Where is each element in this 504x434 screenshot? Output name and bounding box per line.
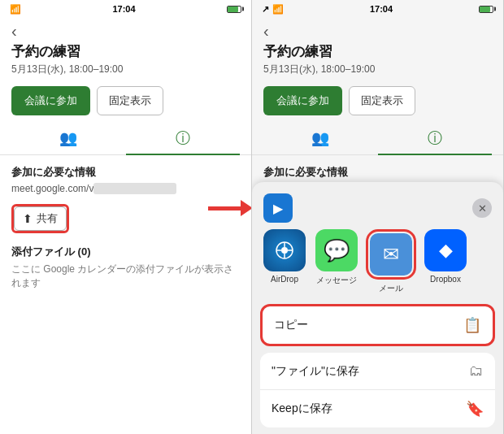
tabs-right: 👥 ⓘ: [252, 122, 503, 155]
back-button-left[interactable]: ‹: [11, 23, 240, 39]
close-share-sheet-button[interactable]: ✕: [472, 198, 492, 218]
meet-logo-icon: ▶: [263, 193, 293, 223]
share-sheet-app-header: ▶ ✕: [252, 190, 503, 229]
info-icon-right: ⓘ: [428, 128, 442, 148]
status-bar-left: 📶 17:04: [0, 0, 251, 18]
people-icon-right: 👥: [311, 129, 329, 147]
share-row-left: ⬆ 共有: [11, 204, 240, 233]
event-date-right: 5月13日(水), 18:00–19:00: [263, 63, 492, 76]
event-date-left: 5月13日(水), 18:00–19:00: [11, 63, 240, 76]
battery-icon-left: [227, 6, 241, 13]
share-app-messages[interactable]: 💬 メッセージ: [314, 229, 359, 294]
pin-button-left[interactable]: 固定表示: [97, 86, 163, 115]
right-phone-panel: ↗ 📶 17:04 ‹ 予約の練習 5月13日(水), 18:00–19:00 …: [252, 0, 504, 434]
dropbox-label: Dropbox: [430, 275, 461, 284]
svg-point-1: [281, 247, 288, 254]
share-apps-row: AirDrop 💬 メッセージ ✉ メール: [252, 229, 503, 304]
time-right: 17:04: [370, 4, 393, 14]
left-phone-panel: 📶 17:04 ‹ 予約の練習 5月13日(水), 18:00–19:00 会議…: [0, 0, 252, 434]
mail-label: メール: [379, 283, 403, 294]
join-button-right[interactable]: 会議に参加: [263, 86, 342, 115]
action-buttons-right: 会議に参加 固定表示: [252, 80, 503, 122]
keep-label: Keepに保存: [272, 401, 466, 416]
airdrop-icon: [263, 229, 306, 271]
messages-icon: 💬: [315, 229, 358, 271]
mail-icon: ✉: [370, 233, 412, 276]
section-label-right: 参加に必要な情報: [263, 165, 492, 180]
share-app-airdrop[interactable]: AirDrop: [262, 229, 307, 294]
status-bar-right: ↗ 📶 17:04: [252, 0, 503, 18]
tab-info-right[interactable]: ⓘ: [378, 122, 493, 154]
save-files-label: "ファイル"に保存: [272, 364, 469, 379]
event-title-left: 予約の練習: [11, 42, 240, 61]
keep-icon: 🔖: [466, 400, 484, 418]
other-actions: "ファイル"に保存 🗂 Keepに保存 🔖: [260, 353, 495, 427]
save-files-icon: 🗂: [469, 362, 484, 380]
content-left: 参加に必要な情報 meet.google.com/v████████████ ⬆…: [0, 155, 251, 434]
share-sheet: ▶ ✕ AirDrop 💬 メッセージ: [252, 182, 503, 434]
copy-action-row: コピー 📋: [260, 304, 495, 346]
attachment-empty-left: ここに Google カレンダーの添付ファイルが表示されます: [11, 263, 240, 290]
wifi-icon-right: 📶: [272, 4, 284, 15]
copy-action-item[interactable]: コピー 📋: [263, 306, 493, 344]
red-arrow-indicator: [208, 200, 252, 216]
join-button-left[interactable]: 会議に参加: [11, 86, 90, 115]
messages-label: メッセージ: [316, 275, 357, 286]
status-right: [227, 6, 241, 13]
section-label-left: 参加に必要な情報: [11, 165, 240, 180]
event-title-right: 予約の練習: [263, 42, 492, 61]
share-button-highlight: ⬆ 共有: [11, 204, 69, 233]
people-icon-left: 👥: [59, 129, 77, 147]
battery-icon-right: [479, 6, 493, 13]
arrow-icon-right: ↗: [262, 4, 269, 15]
share-app-mail[interactable]: ✉ メール: [366, 229, 416, 294]
save-files-item[interactable]: "ファイル"に保存 🗂: [260, 353, 495, 390]
share-app-dropbox[interactable]: ◆ Dropbox: [423, 229, 468, 294]
action-buttons-left: 会議に参加 固定表示: [0, 80, 251, 122]
status-left: 📶: [10, 4, 21, 15]
meet-link-left: meet.google.com/v████████████: [11, 183, 240, 194]
copy-action-label: コピー: [274, 318, 463, 332]
info-icon-left: ⓘ: [176, 128, 190, 148]
copy-icon: 📋: [463, 316, 481, 334]
app-header-right: ‹ 予約の練習 5月13日(水), 18:00–19:00: [252, 18, 503, 80]
airdrop-label: AirDrop: [271, 275, 298, 284]
status-right-left: ↗ 📶: [262, 4, 284, 15]
attachment-label-left: 添付ファイル (0): [11, 245, 240, 259]
share-icon-left: ⬆: [23, 212, 33, 225]
tab-people-right[interactable]: 👥: [263, 122, 378, 154]
tabs-left: 👥 ⓘ: [0, 122, 251, 155]
tab-people-left[interactable]: 👥: [11, 122, 126, 154]
pin-button-right[interactable]: 固定表示: [349, 86, 415, 115]
keep-item[interactable]: Keepに保存 🔖: [260, 390, 495, 427]
back-button-right[interactable]: ‹: [263, 23, 492, 39]
wifi-icon: 📶: [10, 4, 21, 15]
status-right-right: [479, 6, 493, 13]
app-header-left: ‹ 予約の練習 5月13日(水), 18:00–19:00: [0, 18, 251, 80]
tab-info-left[interactable]: ⓘ: [126, 122, 241, 154]
mail-highlight-box: ✉: [366, 229, 416, 280]
share-button-left[interactable]: ⬆ 共有: [14, 206, 67, 231]
time-left: 17:04: [112, 4, 135, 14]
dropbox-icon: ◆: [424, 229, 467, 271]
